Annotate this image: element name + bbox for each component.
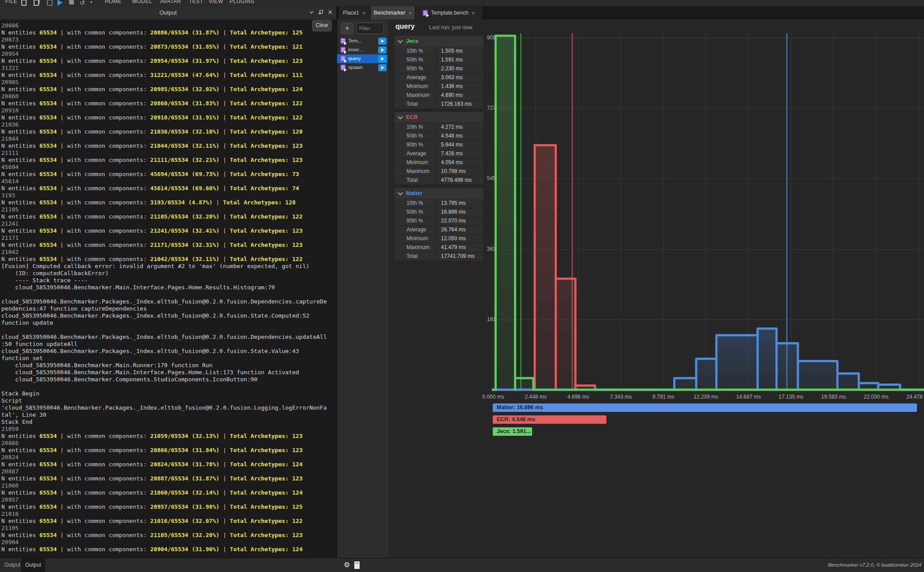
statusbar-output-tab[interactable]: Output xyxy=(21,558,45,572)
tab-benchmarker[interactable]: Benchmarker× xyxy=(371,6,415,19)
stat-value: 4.054 ms xyxy=(441,159,463,165)
log-line-detail: N entities 65534 | with common component… xyxy=(1,29,327,36)
clear-button[interactable]: Clear xyxy=(312,20,332,31)
log-line-raw: Stack Begin xyxy=(1,390,327,397)
bench-item-label: query xyxy=(348,56,361,61)
x-axis-tick-label: 22.030 ms xyxy=(856,394,896,400)
log-line-detail: N entities 65534 | with common component… xyxy=(1,114,327,121)
stat-label: Maximum xyxy=(406,92,429,98)
undo-icon[interactable]: ↺ xyxy=(80,0,85,6)
stat-value: 4.690 ms xyxy=(441,92,463,98)
tab-place1[interactable]: Place1× xyxy=(339,6,370,19)
statusbar: Output Output ⚙ Benchmarker v7.2.0, © bo… xyxy=(0,558,924,572)
paste-icon[interactable] xyxy=(47,0,53,6)
stat-value: 4778.496 ms xyxy=(441,177,472,183)
stat-value: 12.050 ms xyxy=(441,235,466,242)
menu-item-view[interactable]: VIEW xyxy=(209,0,223,4)
log-line-count: 21060 xyxy=(1,482,327,489)
x-axis-tick-label: 7.343 ms xyxy=(601,394,641,400)
bench-item-query[interactable]: query xyxy=(337,54,387,63)
log-line-raw: :50 function updateAll xyxy=(1,341,327,348)
stat-row: Average7.426 ms xyxy=(395,150,483,158)
log-line-detail: N entities 65534 | with common component… xyxy=(1,199,327,206)
log-line-count: 20910 xyxy=(1,107,327,114)
stat-value: 1726.163 ms xyxy=(441,101,472,107)
stat-label: Total xyxy=(406,253,418,259)
undock-icon[interactable] xyxy=(318,10,323,15)
menu-item-file[interactable]: FILE xyxy=(5,0,17,4)
stat-label: 50th % xyxy=(406,57,423,63)
y-axis-tick-label: 909 xyxy=(478,35,496,41)
log-line-detail: N entities 65534 | with common component… xyxy=(1,447,327,454)
stat-row: 10th %1.505 ms xyxy=(395,47,483,55)
tab-template-bench[interactable]: Template.bench× xyxy=(416,6,482,19)
x-axis-tick-label: 12.239 ms xyxy=(686,394,726,400)
stat-value: 13.795 ms xyxy=(441,200,466,206)
stats-section-ecr: ECR10th %4.272 ms50th %4.548 ms90th %5.6… xyxy=(395,112,483,184)
log-line-count: 20866 xyxy=(1,440,327,447)
log-line-detail: N entities 65534 | with common component… xyxy=(1,433,327,440)
chevron-down-icon[interactable]: ▾ xyxy=(90,0,92,5)
stat-row: Minimum12.050 ms xyxy=(395,234,483,243)
output-panel-header[interactable]: Output xyxy=(0,6,336,19)
stat-row: 10th %13.795 ms xyxy=(395,199,483,207)
chevron-down-icon xyxy=(398,190,403,195)
stat-value: 3.063 ms xyxy=(441,74,463,81)
log-line-raw: Script xyxy=(1,397,327,404)
log-line-detail: N entities 65534 | with common component… xyxy=(1,86,327,93)
log-line-detail: N entities 65534 | with common component… xyxy=(1,100,327,107)
log-line-count: 21059 xyxy=(1,426,327,433)
log-line-count: 20957 xyxy=(1,496,327,503)
stats-section-header-jecs[interactable]: Jecs xyxy=(395,36,483,46)
run-benchmark-button[interactable] xyxy=(378,38,387,45)
menu-item-plugins[interactable]: PLUGINS xyxy=(230,0,254,4)
play-icon[interactable] xyxy=(58,0,62,6)
filter-input[interactable] xyxy=(356,23,384,34)
stat-value: 17741.709 ms xyxy=(441,253,475,259)
run-benchmark-button[interactable] xyxy=(378,55,387,62)
stat-value: 7.426 ms xyxy=(441,150,463,157)
chevron-down-icon xyxy=(398,114,403,119)
log-line-raw: cloud_5853950046.Benchmarker.Main.Interf… xyxy=(1,284,327,291)
run-benchmark-button[interactable] xyxy=(378,46,387,54)
gear-icon[interactable]: ⚙ xyxy=(344,558,350,572)
log-line-count: 20824 xyxy=(1,454,327,461)
stat-row: 50th %1.591 ms xyxy=(395,56,483,64)
menu-item-test[interactable]: TEST xyxy=(189,0,203,4)
bench-item-spawn[interactable]: spawn xyxy=(337,63,387,72)
menu-item-model[interactable]: MODEL xyxy=(132,0,152,4)
x-axis-tick-label: 9.791 ms xyxy=(644,394,683,400)
docs-book-icon[interactable] xyxy=(354,561,360,569)
bench-item-inser[interactable]: inser... xyxy=(337,46,387,54)
log-line-count: 45614 xyxy=(1,178,327,185)
x-axis-tick-label: 0.000 ms xyxy=(473,394,513,400)
tab-close-icon[interactable]: × xyxy=(362,10,366,16)
log-line-raw: cloud_5853950046.Benchmarker.Components.… xyxy=(1,376,327,383)
y-axis-tick-label: 545 xyxy=(478,175,496,181)
log-line-detail: N entities 65534 | with common component… xyxy=(1,72,327,79)
clipboard-icon[interactable] xyxy=(21,0,27,6)
chevron-down-icon[interactable] xyxy=(309,10,314,15)
copy-icon[interactable] xyxy=(34,0,39,6)
log-line-raw: [Fusion] Computed callback error: invali… xyxy=(1,263,327,270)
add-benchmark-button[interactable]: + xyxy=(341,23,353,34)
run-benchmark-button[interactable] xyxy=(378,64,387,71)
stop-icon[interactable] xyxy=(69,0,74,4)
log-line-raw: pendencies:47 function captureDependenci… xyxy=(1,305,327,312)
menu-item-home[interactable]: HOME xyxy=(105,0,122,4)
x-axis-tick-label: 2.448 ms xyxy=(516,394,556,400)
stats-section-header-ecr[interactable]: ECR xyxy=(395,112,483,123)
close-icon[interactable] xyxy=(328,10,333,15)
y-axis-tick-label: 181 xyxy=(478,316,496,322)
stats-section-title: Jecs xyxy=(406,38,418,44)
bench-item-Tem[interactable]: Tem... xyxy=(337,37,387,46)
output-log-area[interactable]: 20886N entities 65534 | with common comp… xyxy=(0,19,336,558)
tab-close-icon[interactable]: × xyxy=(408,10,412,16)
stat-label: 90th % xyxy=(406,218,423,224)
stat-label: 90th % xyxy=(406,142,423,148)
stat-value: 1.436 ms xyxy=(441,83,463,89)
tab-close-icon[interactable]: × xyxy=(472,10,475,16)
stats-section-header-matter[interactable]: Matter xyxy=(395,188,483,199)
menu-item-avatar[interactable]: AVATAR xyxy=(160,0,181,4)
stat-row: Total17741.709 ms xyxy=(395,252,483,261)
